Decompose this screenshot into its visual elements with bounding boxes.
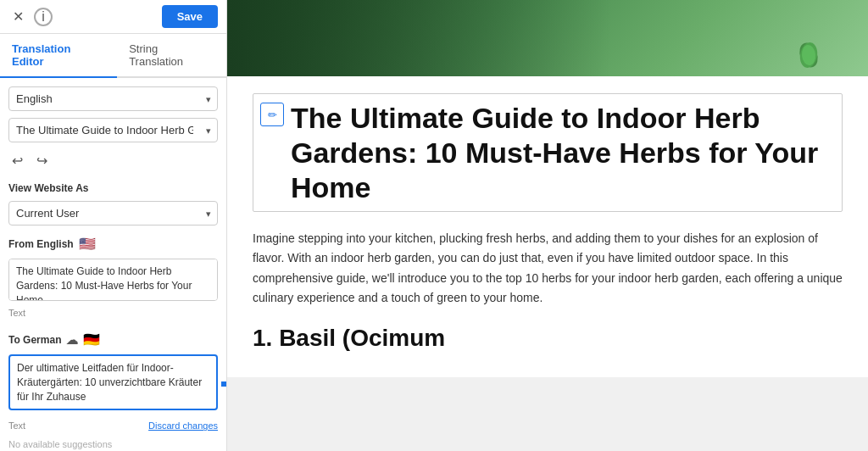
from-english-label: From English 🇺🇸 xyxy=(8,236,218,252)
tab-translation-editor[interactable]: Translation Editor xyxy=(0,34,117,78)
to-german-field-type: Text xyxy=(8,420,25,431)
top-bar: ✕ i Save xyxy=(0,0,226,34)
to-german-flag: 🇩🇪 xyxy=(83,331,100,348)
page-select[interactable]: The Ultimate Guide to Indoor Herb Garden… xyxy=(8,118,218,142)
article-title-block: ✏ The Ultimate Guide to Indoor Herb Gard… xyxy=(253,93,843,212)
svg-rect-1 xyxy=(221,381,226,387)
edit-pencil-icon: ✏ xyxy=(268,109,277,121)
nav-row: ↩ ↪ xyxy=(8,149,218,172)
from-english-textarea[interactable] xyxy=(8,259,218,301)
panel-body: English German French ▾ The Ultimate Gui… xyxy=(0,78,226,451)
save-button[interactable]: Save xyxy=(162,5,218,28)
language-select-wrapper: English German French ▾ xyxy=(8,86,218,111)
german-textarea-wrapper xyxy=(8,354,218,414)
blue-arrow-indicator xyxy=(221,374,226,394)
to-german-textarea[interactable] xyxy=(8,354,218,410)
ai-icon[interactable]: ☁ xyxy=(66,333,78,347)
article-title: The Ultimate Guide to Indoor Herb Garden… xyxy=(291,101,835,204)
article-intro: Imagine stepping into your kitchen, pluc… xyxy=(253,229,843,307)
hero-image xyxy=(227,0,868,76)
close-button[interactable]: ✕ xyxy=(8,8,27,26)
language-select[interactable]: English German French xyxy=(8,86,218,111)
page-select-wrapper: The Ultimate Guide to Indoor Herb Garden… xyxy=(8,118,218,142)
suggestions-label: No available suggestions xyxy=(8,439,218,449)
forward-button[interactable]: ↪ xyxy=(33,151,51,170)
article-subtitle: 1. Basil (Ocimum xyxy=(253,325,843,352)
from-english-flag: 🇺🇸 xyxy=(79,236,96,252)
to-german-label: To German ☁ 🇩🇪 xyxy=(8,331,100,348)
to-german-header: To German ☁ 🇩🇪 xyxy=(8,328,218,348)
right-panel: ✏ The Ultimate Guide to Indoor Herb Gard… xyxy=(227,0,868,451)
from-english-field-type: Text xyxy=(8,308,218,318)
content-area: ✏ The Ultimate Guide to Indoor Herb Gard… xyxy=(227,76,868,377)
tabs-bar: Translation Editor String Translation xyxy=(0,34,226,78)
view-website-as-wrapper: Current User Guest ▾ xyxy=(8,201,218,226)
discard-changes-link[interactable]: Discard changes xyxy=(148,420,218,431)
discard-row: Text Discard changes xyxy=(8,420,218,431)
info-button[interactable]: i xyxy=(34,8,53,26)
view-website-as-label: View Website As xyxy=(8,182,218,194)
tab-string-translation[interactable]: String Translation xyxy=(117,34,226,78)
plant-decoration xyxy=(775,4,843,72)
back-button[interactable]: ↩ xyxy=(8,151,26,170)
left-panel: ✕ i Save Translation Editor String Trans… xyxy=(0,0,227,451)
view-website-as-select[interactable]: Current User Guest xyxy=(8,201,218,226)
hero-image-overlay xyxy=(227,0,868,76)
edit-icon-box[interactable]: ✏ xyxy=(260,103,284,126)
